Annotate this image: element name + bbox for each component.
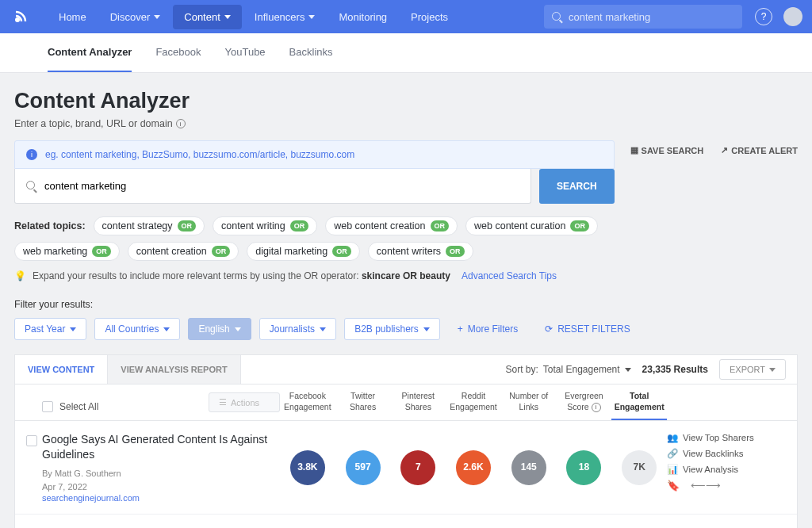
info-icon[interactable]: i (592, 403, 601, 412)
metric-bubble: 2.6K (456, 450, 491, 485)
reset-filters[interactable]: ⟳RESET FILTERS (535, 319, 640, 339)
metric-bubble: 7 (400, 450, 435, 485)
filter-past-year[interactable]: Past Year (14, 318, 86, 340)
search-icon (26, 181, 36, 191)
top-search[interactable]: content marketing (544, 5, 742, 29)
side-icon: 👥 (667, 432, 678, 443)
topic-pill[interactable]: web content curationOR (465, 216, 598, 235)
filter-journalists[interactable]: Journalists (259, 318, 336, 340)
metric-bubble: 18 (566, 450, 601, 485)
metric-bubble: 145 (511, 450, 546, 485)
bookmark-icon[interactable]: 🔖 (667, 480, 680, 492)
topic-pill[interactable]: content creationOR (128, 242, 239, 261)
create-alert-link[interactable]: ↗ CREATE ALERT (721, 145, 798, 155)
or-badge: OR (212, 246, 231, 257)
nav-home[interactable]: Home (48, 5, 98, 29)
side-link[interactable]: 👥View Top Sharers (667, 432, 786, 443)
chevron-down-icon (235, 327, 241, 331)
more-filters[interactable]: +More Filters (448, 319, 527, 339)
side-link[interactable]: 🔗View Backlinks (667, 448, 786, 459)
nav-influencers[interactable]: Influencers (243, 5, 327, 29)
alert-icon: ↗ (721, 145, 728, 155)
select-all-checkbox[interactable] (42, 401, 53, 412)
actions-button[interactable]: ☰ Actions (209, 392, 280, 412)
topic-pill[interactable]: digital marketingOR (247, 242, 360, 261)
filter-english[interactable]: English (188, 318, 251, 340)
select-all-label: Select All (59, 401, 98, 412)
or-badge: OR (92, 246, 111, 257)
or-badge: OR (178, 220, 197, 231)
reset-icon: ⟳ (545, 323, 553, 335)
or-badge: OR (570, 220, 589, 231)
metric-bubble: 597 (346, 450, 381, 485)
main-search-box[interactable] (14, 169, 531, 204)
info-icon[interactable]: i (176, 119, 186, 128)
help-icon[interactable]: ? (755, 8, 772, 25)
search-tip: 💡 Expand your results to include more re… (14, 270, 798, 281)
filter-b2b-publishers[interactable]: B2B publishers (344, 318, 440, 340)
info-icon: i (26, 149, 37, 160)
or-badge: OR (290, 220, 309, 231)
avatar[interactable] (783, 7, 802, 26)
side-icon: 📊 (667, 464, 678, 475)
col-reddit-engagement[interactable]: RedditEngagement (446, 391, 501, 412)
chevron-down-icon (625, 368, 631, 372)
result-row: Google Says AI Generated Content Is Agai… (15, 421, 797, 515)
row-checkbox[interactable] (26, 435, 37, 446)
col-number-of-links[interactable]: Number ofLinks (501, 391, 557, 412)
or-badge: OR (446, 246, 465, 257)
search-hint: i eg. content marketing, BuzzSumo, buzzs… (14, 140, 615, 169)
filter-all-countries[interactable]: All Countries (94, 318, 180, 340)
main-search-input[interactable] (44, 180, 519, 192)
topic-pill[interactable]: web marketingOR (14, 242, 120, 261)
result-row: 7 Ways To Use AI Writing Tools To Genera… (15, 515, 797, 528)
metric-bubble: 7K (622, 450, 657, 485)
side-link[interactable]: 📊View Analysis (667, 464, 786, 475)
col-total-engagement[interactable]: TotalEngagement (611, 391, 667, 420)
result-date: Apr 7, 2022 (42, 480, 272, 494)
col-twitter-shares[interactable]: TwitterShares (335, 391, 391, 412)
logo[interactable] (10, 6, 32, 28)
top-search-value: content marketing (569, 11, 650, 23)
or-badge: OR (431, 220, 450, 231)
tab-view-analysis[interactable]: VIEW ANALYSIS REPORT (108, 355, 240, 384)
topic-pill[interactable]: content writingOR (213, 216, 317, 235)
related-label: Related topics: (14, 220, 86, 231)
col-facebook-engagement[interactable]: FacebookEngagement (280, 391, 335, 412)
topic-pill[interactable]: web content creationOR (325, 216, 458, 235)
page-subtitle: Enter a topic, brand, URL or domain i (14, 118, 798, 129)
subtab-backlinks[interactable]: Backlinks (289, 33, 333, 72)
metric-bubble: 3.8K (290, 450, 325, 485)
result-domain[interactable]: searchenginejournal.com (42, 493, 272, 503)
search-button[interactable]: SEARCH (539, 169, 615, 204)
chevron-down-icon (163, 327, 170, 331)
result-title[interactable]: Google Says AI Generated Content Is Agai… (42, 432, 272, 462)
nav-discover[interactable]: Discover (99, 5, 172, 29)
top-nav: HomeDiscoverContentInfluencersMonitoring… (0, 0, 812, 33)
sort-control[interactable]: Sort by: Total Engagement 23,335 Results (505, 364, 708, 375)
subtab-content-analyzer[interactable]: Content Analyzer (48, 33, 132, 72)
nav-monitoring[interactable]: Monitoring (327, 5, 398, 29)
advanced-tips-link[interactable]: Advanced Search Tips (462, 270, 557, 281)
result-byline: By Matt G. Southern (42, 467, 272, 480)
page-title: Content Analyzer (14, 89, 798, 113)
save-search-link[interactable]: ▦ SAVE SEARCH (630, 145, 704, 155)
chevron-down-icon (320, 327, 326, 331)
nav-content[interactable]: Content (173, 5, 242, 29)
col-evergreen-score[interactable]: EvergreenScore i (557, 391, 612, 412)
share-icon[interactable]: ⟵⟶ (691, 480, 721, 492)
subtab-youtube[interactable]: YouTube (225, 33, 266, 72)
chevron-down-icon (769, 368, 776, 372)
nav-projects[interactable]: Projects (400, 5, 459, 29)
topic-pill[interactable]: content strategyOR (94, 216, 205, 235)
col-pinterest-shares[interactable]: PinterestShares (390, 391, 446, 412)
side-icon: 🔗 (667, 448, 678, 459)
or-badge: OR (332, 246, 351, 257)
actions-icon: ☰ (219, 397, 227, 407)
tab-view-content[interactable]: VIEW CONTENT (15, 355, 108, 384)
subtab-facebook[interactable]: Facebook (155, 33, 201, 72)
chevron-down-icon (423, 327, 430, 331)
chevron-down-icon (224, 15, 231, 19)
topic-pill[interactable]: content writersOR (368, 242, 473, 261)
export-button[interactable]: EXPORT (719, 359, 786, 380)
